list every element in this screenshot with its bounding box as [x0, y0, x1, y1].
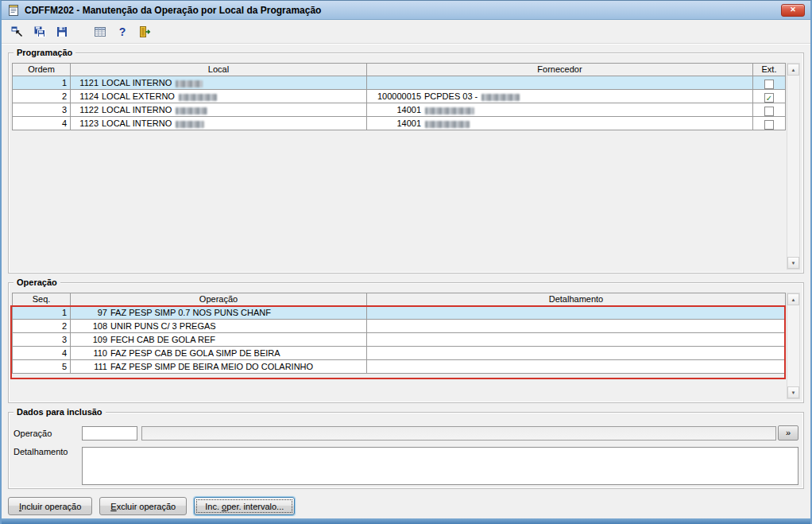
operacao-code: 108	[71, 320, 107, 332]
operacao-cell: 97FAZ PESP SIMP 0.7 NOS PUNS CHANF	[71, 306, 367, 320]
redacted-text	[425, 107, 474, 115]
ext-checkbox[interactable]	[764, 107, 774, 116]
detalhamento-cell	[367, 347, 786, 360]
window-bottom-border	[2, 518, 810, 524]
redacted-text	[176, 80, 203, 87]
operacao-row[interactable]: 2108UNIR PUNS C/ 3 PREGAS	[12, 320, 786, 333]
app-icon[interactable]	[7, 4, 20, 17]
ext-checkbox[interactable]	[764, 80, 774, 89]
local-cell: 1124LOCAL EXTERNO	[71, 90, 367, 103]
operacao-header: Seq. Operação Detalhamento	[12, 293, 786, 306]
toolbar: ?	[2, 20, 810, 44]
operacao-row[interactable]: 5111FAZ PESP SIMP DE BEIRA MEIO DO COLAR…	[12, 360, 786, 374]
redacted-text	[481, 94, 520, 101]
excluir-operacao-button[interactable]: Excluir operação	[99, 497, 187, 515]
local-name: LOCAL INTERNO	[102, 78, 172, 87]
operacao-rows: 197FAZ PESP SIMP 0.7 NOS PUNS CHANF2108U…	[12, 306, 786, 374]
operacao-row[interactable]: 3109FECH CAB DE GOLA REF	[12, 333, 786, 347]
redacted-text	[179, 94, 217, 101]
grid-button[interactable]	[91, 22, 110, 41]
redacted-text	[425, 121, 470, 128]
detalhamento-textarea[interactable]	[82, 447, 798, 485]
scroll-track[interactable]	[787, 76, 799, 257]
seq-cell: 4	[12, 347, 71, 360]
scroll-down-button[interactable]: ▼	[787, 257, 799, 269]
operacao-row[interactable]: 197FAZ PESP SIMP 0.7 NOS PUNS CHANF	[12, 306, 786, 320]
action-buttons: Incluir operação Excluir operação Inc. o…	[8, 497, 804, 515]
operacao-desc: FAZ PESP SIMP 0.7 NOS PUNS CHANF	[110, 308, 271, 317]
column-header-seq: Seq.	[12, 293, 71, 306]
seq-cell: 3	[12, 333, 71, 347]
incluir-operacao-button[interactable]: Incluir operação	[8, 497, 92, 515]
fornecedor-cell: 100000015PCPDES 03 -	[367, 90, 753, 103]
programacao-table: Ordem Local Fornecedor Ext. 11121LOCAL I…	[12, 63, 786, 270]
detalhamento-field-label: Detalhamento	[14, 447, 82, 456]
local-cell: 1123LOCAL INTERNO	[71, 117, 367, 130]
save-icon	[56, 25, 68, 38]
redacted-text	[176, 107, 207, 115]
local-code: 1122	[71, 103, 99, 116]
local-name: LOCAL INTERNO	[102, 118, 172, 128]
dados-inclusao-groupbox: Dados para inclusão Operação » Detalhame…	[8, 412, 804, 489]
fornecedor-code: 14001	[367, 117, 421, 130]
transfer-button[interactable]	[8, 22, 27, 41]
operacao-row[interactable]: 4110FAZ PESP CAB DE GOLA SIMP DE BEIRA	[12, 347, 786, 360]
operacao-cell: 110FAZ PESP CAB DE GOLA SIMP DE BEIRA	[71, 347, 367, 360]
column-header-ordem: Ordem	[12, 63, 71, 76]
seq-cell: 5	[12, 360, 71, 374]
scroll-up-button[interactable]: ▲	[787, 64, 799, 76]
fornecedor-cell: 14001	[367, 103, 753, 117]
operacao-scrollbar[interactable]: ▲ ▼	[787, 293, 800, 399]
detalhamento-cell	[367, 333, 786, 347]
ext-checkbox[interactable]	[764, 120, 774, 130]
exit-icon	[138, 25, 151, 38]
close-icon: ✕	[790, 6, 796, 14]
local-code: 1121	[71, 76, 99, 89]
ext-cell	[753, 117, 786, 130]
ordem-cell: 3	[12, 103, 71, 117]
detalhamento-cell	[367, 306, 786, 320]
operacao-field-label: Operação	[14, 429, 82, 438]
help-button[interactable]: ?	[113, 22, 132, 41]
programacao-row[interactable]: 21124LOCAL EXTERNO100000015PCPDES 03 -✓	[12, 90, 786, 103]
programacao-scrollbar[interactable]: ▲ ▼	[787, 63, 800, 270]
ordem-cell: 2	[12, 90, 71, 103]
fornecedor-code: 14001	[367, 103, 421, 116]
seq-cell: 1	[12, 306, 71, 320]
transfer-icon	[11, 25, 24, 38]
local-code: 1123	[71, 117, 99, 130]
ext-cell	[753, 103, 786, 117]
dialog-content: Programação Ordem Local Fornecedor Ext. …	[2, 44, 810, 518]
detalhamento-cell	[367, 360, 786, 374]
operacao-desc: FECH CAB DE GOLA REF	[110, 335, 215, 344]
column-header-local: Local	[71, 63, 367, 76]
programacao-row[interactable]: 31122LOCAL INTERNO14001	[12, 103, 786, 117]
local-name: LOCAL EXTERNO	[102, 91, 175, 101]
help-icon: ?	[119, 25, 126, 38]
ext-cell: ✓	[753, 90, 786, 103]
ext-checkbox[interactable]: ✓	[764, 93, 774, 103]
operacao-desc: FAZ PESP CAB DE GOLA SIMP DE BEIRA	[110, 348, 280, 358]
inc-oper-intervalo-button[interactable]: Inc. oper. intervalo...	[194, 497, 295, 515]
programacao-row[interactable]: 41123LOCAL INTERNO14001	[12, 117, 786, 130]
fornecedor-cell: 14001	[367, 117, 753, 130]
ext-cell	[753, 76, 786, 90]
local-name: LOCAL INTERNO	[102, 105, 172, 115]
lookup-button[interactable]: »	[778, 425, 798, 441]
titlebar[interactable]: CDFFM202 - Manutenção da Operação por Lo…	[2, 1, 810, 20]
save-button[interactable]	[52, 22, 72, 41]
local-code: 1124	[71, 90, 99, 103]
fornecedor-code: 100000015	[367, 90, 421, 103]
close-button[interactable]: ✕	[781, 4, 805, 17]
operacao-input[interactable]	[82, 426, 137, 441]
exit-button[interactable]	[135, 22, 154, 41]
scroll-track[interactable]	[787, 305, 799, 386]
operacao-groupbox: Operação Seq. Operação Detalhamento 197F…	[8, 282, 804, 403]
scroll-up-button[interactable]: ▲	[787, 293, 799, 305]
column-header-detalhamento: Detalhamento	[367, 293, 786, 306]
scroll-down-button[interactable]: ▼	[787, 386, 799, 398]
save-as-button[interactable]	[30, 22, 49, 41]
grid-icon	[94, 25, 106, 38]
programacao-row[interactable]: 11121LOCAL INTERNO	[12, 76, 786, 90]
column-header-fornecedor: Fornecedor	[367, 63, 753, 76]
